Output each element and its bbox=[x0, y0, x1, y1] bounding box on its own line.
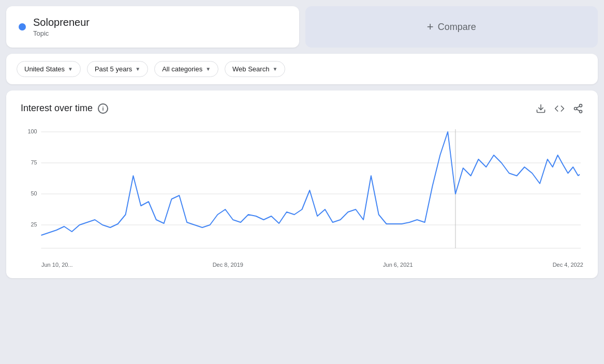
interest-over-time-card: Interest over time i bbox=[6, 90, 598, 278]
svg-text:75: 75 bbox=[31, 159, 37, 165]
search-term-subtitle: Topic bbox=[33, 29, 90, 37]
download-button[interactable] bbox=[536, 103, 546, 114]
time-filter[interactable]: Past 5 years ▼ bbox=[87, 61, 148, 77]
share-button[interactable] bbox=[573, 103, 583, 114]
x-label-4: Dec 4, 2022 bbox=[553, 262, 583, 268]
chart-title-group: Interest over time i bbox=[21, 103, 108, 114]
search-term-text: Solopreneur Topic bbox=[33, 17, 90, 37]
svg-line-4 bbox=[577, 109, 580, 111]
search-type-filter-label: Web Search bbox=[232, 65, 269, 73]
svg-text:25: 25 bbox=[31, 221, 37, 228]
category-filter[interactable]: All categories ▼ bbox=[154, 61, 218, 77]
location-filter-label: United States bbox=[24, 65, 65, 73]
chart-area: 100 75 50 25 bbox=[21, 124, 583, 259]
location-filter-chevron: ▼ bbox=[68, 66, 73, 72]
location-filter[interactable]: United States ▼ bbox=[17, 61, 81, 77]
chart-title: Interest over time bbox=[21, 103, 93, 114]
svg-text:100: 100 bbox=[27, 128, 37, 134]
compare-plus-icon: + bbox=[427, 20, 434, 34]
filter-bar: United States ▼ Past 5 years ▼ All categ… bbox=[6, 54, 598, 84]
svg-line-16 bbox=[578, 173, 581, 176]
time-filter-label: Past 5 years bbox=[95, 65, 132, 73]
term-dot bbox=[19, 23, 26, 31]
chart-header: Interest over time i bbox=[21, 103, 583, 114]
category-filter-chevron: ▼ bbox=[205, 66, 211, 72]
search-type-filter[interactable]: Web Search ▼ bbox=[225, 61, 285, 77]
svg-line-5 bbox=[577, 106, 580, 108]
chart-actions bbox=[536, 103, 583, 114]
share-icon bbox=[573, 103, 583, 114]
x-label-2: Dec 8, 2019 bbox=[213, 262, 243, 268]
download-icon bbox=[536, 103, 546, 114]
svg-text:50: 50 bbox=[31, 190, 37, 196]
category-filter-label: All categories bbox=[162, 65, 202, 73]
x-axis-labels: Jun 10, 20... Dec 8, 2019 Jun 6, 2021 De… bbox=[21, 259, 583, 268]
chart-svg: 100 75 50 25 bbox=[21, 124, 583, 259]
search-type-filter-chevron: ▼ bbox=[272, 66, 277, 72]
compare-label: Compare bbox=[438, 22, 476, 33]
search-term-title: Solopreneur bbox=[33, 17, 90, 28]
chart-info-icon[interactable]: i bbox=[98, 103, 108, 114]
embed-icon bbox=[554, 103, 565, 114]
time-filter-chevron: ▼ bbox=[135, 66, 140, 72]
x-label-3: Jun 6, 2021 bbox=[383, 262, 413, 268]
x-label-1: Jun 10, 20... bbox=[41, 262, 73, 268]
compare-card[interactable]: + Compare bbox=[305, 6, 598, 48]
embed-button[interactable] bbox=[554, 103, 565, 114]
search-term-card: Solopreneur Topic bbox=[6, 6, 299, 48]
compare-inner: + Compare bbox=[427, 20, 476, 34]
